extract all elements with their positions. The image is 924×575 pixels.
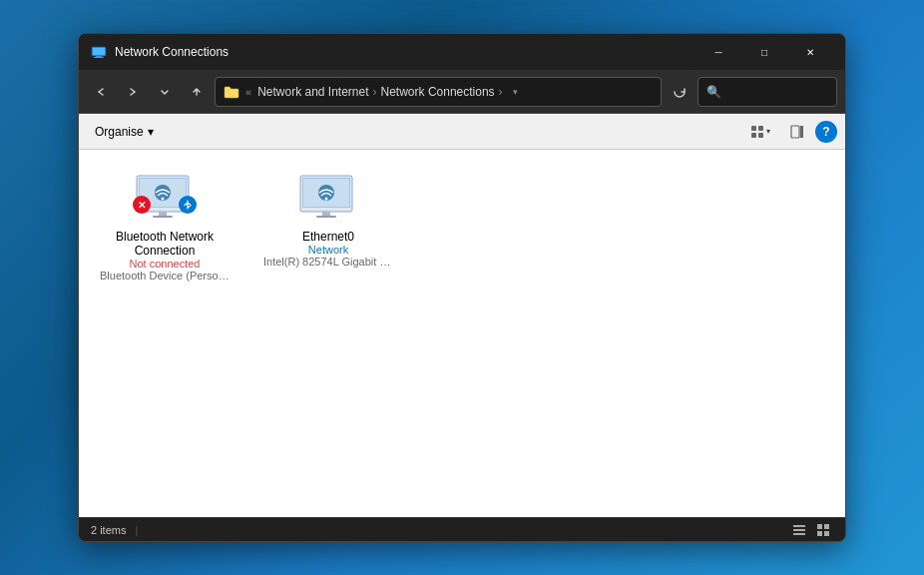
address-dropdown-button[interactable]: ▾: [513, 87, 518, 97]
item-count: 2 items: [91, 524, 126, 536]
bluetooth-item-desc: Bluetooth Device (Personal Area ...: [100, 270, 230, 282]
svg-rect-1: [93, 48, 105, 55]
help-button[interactable]: ?: [815, 121, 837, 143]
svg-rect-9: [800, 126, 803, 138]
svg-rect-30: [824, 531, 829, 536]
bluetooth-icon-container: ✕: [133, 174, 197, 226]
bluetooth-item-status: Not connected: [130, 258, 201, 270]
bluetooth-connection-item[interactable]: ✕ Bluetooth Network Connection Not conne…: [95, 166, 234, 289]
ethernet-computer-icon: [296, 174, 356, 222]
svg-rect-4: [751, 126, 756, 131]
search-icon: 🔍: [706, 85, 721, 99]
svg-rect-23: [316, 216, 336, 218]
breadcrumb-prefix: «: [245, 86, 251, 98]
content-area: ✕ Bluetooth Network Connection Not conne…: [79, 150, 845, 517]
svg-rect-25: [793, 529, 805, 531]
svg-rect-16: [153, 216, 173, 218]
svg-rect-29: [817, 531, 822, 536]
up-button[interactable]: [183, 78, 211, 106]
status-bar: 2 items |: [79, 517, 845, 541]
error-badge: ✕: [133, 196, 151, 214]
svg-rect-24: [793, 525, 805, 527]
details-pane-button[interactable]: [783, 119, 811, 145]
refresh-button[interactable]: [666, 78, 693, 106]
breadcrumb-part-2: Network Connections: [381, 85, 495, 99]
search-field[interactable]: 🔍: [697, 77, 837, 107]
breadcrumb-sep-2: ›: [499, 85, 503, 99]
ethernet-item-desc: Intel(R) 82574L Gigabit Network C...: [263, 256, 393, 268]
toolbar: Organise ▾ ▾ ?: [79, 114, 845, 150]
view-options-button[interactable]: ▾: [741, 119, 779, 145]
svg-rect-22: [322, 212, 330, 216]
window-icon: [91, 44, 107, 60]
bluetooth-item-name: Bluetooth Network Connection: [103, 230, 227, 258]
minimize-button[interactable]: ─: [695, 34, 741, 70]
svg-rect-15: [159, 212, 167, 216]
status-separator: |: [136, 524, 139, 536]
breadcrumb-part-1: Network and Internet: [257, 85, 368, 99]
status-text: 2 items |: [91, 524, 789, 536]
ethernet-connection-item[interactable]: Ethernet0 Network Intel(R) 82574L Gigabi…: [258, 166, 398, 276]
organise-button[interactable]: Organise ▾: [87, 121, 162, 143]
folder-icon: [224, 84, 239, 100]
maximize-button[interactable]: □: [741, 34, 787, 70]
forward-button[interactable]: [119, 78, 147, 106]
toolbar-right: ▾ ?: [741, 119, 837, 145]
svg-rect-3: [94, 57, 104, 58]
svg-rect-6: [751, 133, 756, 138]
bluetooth-badge: [179, 196, 197, 214]
address-breadcrumb: Network and Internet › Network Connectio…: [257, 85, 502, 99]
title-bar-text: Network Connections: [115, 45, 688, 59]
ethernet-icon-container: [296, 174, 360, 226]
organise-arrow: ▾: [148, 125, 154, 139]
title-bar-controls: ─ □ ✕: [695, 34, 833, 70]
svg-rect-26: [793, 533, 805, 535]
ethernet-item-status: Network: [308, 244, 348, 256]
main-window: Network Connections ─ □ ✕ « Network and …: [78, 33, 846, 542]
svg-rect-2: [96, 56, 102, 57]
address-bar: « Network and Internet › Network Connect…: [79, 70, 845, 114]
svg-rect-27: [817, 524, 822, 529]
ethernet-item-name: Ethernet0: [302, 230, 354, 244]
view-dropdown-arrow: ▾: [766, 127, 770, 136]
recent-locations-button[interactable]: [151, 78, 179, 106]
status-view-controls: [789, 521, 833, 539]
svg-rect-8: [791, 126, 799, 138]
status-list-view-button[interactable]: [789, 521, 809, 539]
svg-rect-7: [758, 133, 763, 138]
svg-rect-28: [824, 524, 829, 529]
address-field[interactable]: « Network and Internet › Network Connect…: [215, 77, 662, 107]
svg-rect-5: [758, 126, 763, 131]
breadcrumb-sep-1: ›: [373, 85, 377, 99]
svg-point-21: [325, 198, 328, 201]
status-grid-view-button[interactable]: [813, 521, 833, 539]
svg-point-14: [162, 198, 165, 201]
close-button[interactable]: ✕: [787, 34, 833, 70]
title-bar: Network Connections ─ □ ✕: [79, 34, 845, 70]
back-button[interactable]: [87, 78, 115, 106]
organise-label: Organise: [95, 125, 144, 139]
